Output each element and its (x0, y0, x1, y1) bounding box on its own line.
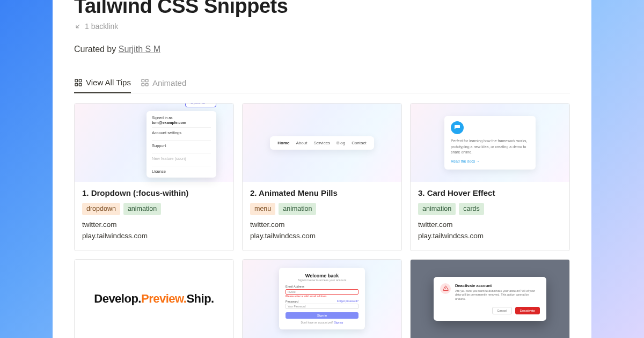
pill: About (296, 141, 308, 145)
tag: animation (123, 203, 161, 215)
foot-text: Don't have an account yet? (301, 321, 334, 324)
card-body: 3. Card Hover Effect animation cards twi… (411, 182, 569, 251)
tag: animation (418, 203, 456, 215)
snippet-card[interactable]: Options Signed in astom@example.com Acco… (74, 103, 234, 251)
snippet-thumb: Deactivate account Are you sure you want… (411, 260, 569, 338)
tag: cards (459, 203, 484, 215)
tag-list: animation cards (418, 203, 562, 215)
backlink-row[interactable]: 1 backlink (74, 22, 570, 31)
deactivate-button: Deactivate (515, 307, 540, 314)
snippet-thumb: Options Signed in astom@example.com Acco… (75, 104, 233, 182)
mock-dropdown: Options Signed in astom@example.com Acco… (147, 111, 216, 178)
pill: Blog (336, 141, 345, 145)
snippets-grid: Options Signed in astom@example.com Acco… (74, 103, 570, 338)
link[interactable]: twitter.com (418, 221, 562, 229)
snippet-thumb: Welcome back Sign in below to access you… (243, 260, 401, 338)
snippet-thumb: Perfect for learning how the framework w… (411, 104, 569, 182)
mock-vercel: Develop.Preview.Ship. (94, 292, 214, 306)
form-title: Welcome back (286, 273, 358, 278)
vercel-word: Develop. (94, 292, 141, 305)
mock-form: Welcome back Sign in below to access you… (279, 268, 365, 329)
snippet-title: 3. Card Hover Effect (418, 188, 562, 197)
snippet-title: 1. Dropdown (:focus-within) (82, 188, 226, 197)
svg-rect-1 (79, 79, 82, 82)
tab-animated[interactable]: Animated (141, 78, 186, 93)
card-body: 2. Animated Menu Pills menu animation tw… (243, 182, 401, 251)
link[interactable]: play.tailwindcss.com (250, 232, 394, 240)
svg-rect-5 (145, 79, 148, 82)
link[interactable]: twitter.com (250, 221, 394, 229)
tab-view-all[interactable]: View All Tips (74, 78, 131, 93)
modal-title: Deactivate account (455, 283, 540, 288)
view-tabs: View All Tips Animated (74, 78, 570, 93)
snippet-card[interactable]: Perfect for learning how the framework w… (410, 103, 570, 251)
svg-rect-0 (75, 79, 78, 82)
svg-rect-6 (142, 83, 144, 86)
signed-in-label: Signed in as (152, 116, 173, 120)
options-label: Options (190, 103, 205, 105)
tag-list: menu animation (250, 203, 394, 215)
link-list: twitter.com play.tailwindcss.com (82, 221, 226, 240)
snippet-card[interactable]: Develop.Preview.Ship. 4. Vercel Hero Tex… (74, 259, 234, 338)
read-docs-link: Read the docs → (451, 159, 529, 165)
menu-item: Account settings (152, 127, 211, 138)
link-list: twitter.com play.tailwindcss.com (418, 221, 562, 240)
curated-by: Curated by Surjith S M (74, 45, 570, 54)
curated-author-link[interactable]: Surjith S M (119, 45, 160, 54)
signed-in-email: tom@example.com (152, 120, 211, 125)
tab-label: View All Tips (86, 78, 131, 87)
warning-icon (440, 283, 451, 294)
pill: Home (277, 141, 289, 145)
backlink-text: 1 backlink (85, 22, 118, 31)
snippet-card[interactable]: Home About Services Blog Contact 2. Anim… (242, 103, 402, 251)
chevron-down-icon (207, 103, 211, 105)
input: Your Password (286, 304, 358, 309)
vercel-word: Preview. (141, 292, 186, 305)
snippet-card[interactable]: Welcome back Sign in below to access you… (242, 259, 402, 338)
link-list: twitter.com play.tailwindcss.com (250, 221, 394, 240)
cancel-button: Cancel (492, 307, 512, 314)
tag: animation (279, 203, 316, 215)
link[interactable]: play.tailwindcss.com (418, 232, 562, 240)
pill: Contact (352, 141, 367, 145)
page-title: Tailwind CSS Snippets (74, 0, 570, 18)
tag: dropdown (82, 203, 120, 215)
snippet-title: 2. Animated Menu Pills (250, 188, 394, 197)
curated-prefix: Curated by (74, 45, 119, 54)
mock-pills: Home About Services Blog Contact (270, 136, 374, 150)
link[interactable]: twitter.com (82, 221, 226, 229)
chat-icon (451, 121, 464, 134)
mock-card: Perfect for learning how the framework w… (444, 116, 536, 170)
gallery-icon (74, 78, 83, 87)
gallery-icon (141, 78, 149, 87)
svg-rect-3 (79, 83, 82, 86)
svg-rect-7 (145, 83, 148, 86)
tab-label: Animated (152, 78, 186, 87)
menu-item: License (152, 166, 211, 177)
link[interactable]: play.tailwindcss.com (82, 232, 226, 240)
snippet-thumb: Home About Services Blog Contact (243, 104, 401, 182)
card-body: 1. Dropdown (:focus-within) dropdown ani… (75, 182, 233, 251)
card-copy: Perfect for learning how the framework w… (451, 138, 529, 156)
mock-modal: Deactivate account Are you sure you want… (434, 277, 546, 321)
menu-item: New feature (soon) (152, 153, 211, 164)
modal-body: Are you sure you want to deactivate your… (455, 289, 540, 302)
menu-item: Support (152, 140, 211, 151)
document-page: Tailwind CSS Snippets 1 backlink Curated… (53, 0, 591, 338)
field-error: Please enter a valid email address. (286, 295, 358, 298)
svg-rect-4 (142, 79, 144, 82)
svg-rect-2 (75, 83, 78, 86)
pill: Services (313, 141, 330, 145)
snippet-thumb: Develop.Preview.Ship. (75, 260, 233, 338)
field-label: Email Address (286, 285, 358, 288)
vercel-word: Ship. (186, 292, 214, 305)
form-sub: Sign in below to access your account (286, 278, 358, 282)
signup-link: Sign up (334, 321, 343, 324)
backlink-icon (74, 23, 82, 30)
signin-button: Sign in (286, 312, 358, 319)
tag-list: dropdown animation (82, 203, 226, 215)
input: Invalid (286, 289, 358, 295)
tag: menu (250, 203, 275, 215)
snippet-card[interactable]: Deactivate account Are you sure you want… (410, 259, 570, 338)
